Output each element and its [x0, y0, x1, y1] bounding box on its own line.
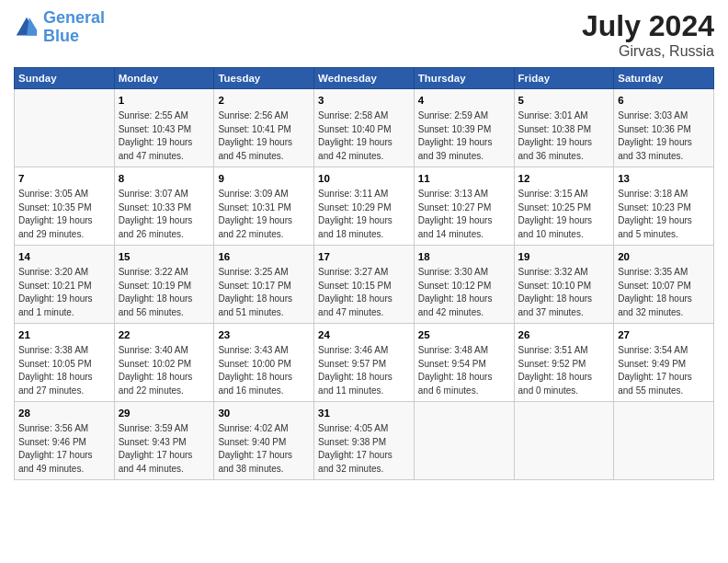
subtitle: Girvas, Russia	[582, 43, 714, 60]
calendar-cell	[614, 402, 714, 480]
day-info: Sunrise: 3:30 AM Sunset: 10:12 PM Daylig…	[418, 266, 510, 319]
calendar-cell: 1Sunrise: 2:55 AM Sunset: 10:43 PM Dayli…	[114, 89, 214, 167]
calendar-cell: 11Sunrise: 3:13 AM Sunset: 10:27 PM Dayl…	[414, 167, 514, 246]
calendar-cell: 10Sunrise: 3:11 AM Sunset: 10:29 PM Dayl…	[314, 167, 415, 246]
day-info: Sunrise: 3:48 AM Sunset: 9:54 PM Dayligh…	[418, 344, 510, 397]
day-info: Sunrise: 3:35 AM Sunset: 10:07 PM Daylig…	[618, 266, 710, 319]
day-info: Sunrise: 3:20 AM Sunset: 10:21 PM Daylig…	[18, 266, 110, 319]
header-day-thursday: Thursday	[414, 68, 514, 89]
calendar-cell: 19Sunrise: 3:32 AM Sunset: 10:10 PM Dayl…	[514, 246, 614, 324]
calendar-cell: 23Sunrise: 3:43 AM Sunset: 10:00 PM Dayl…	[214, 324, 314, 402]
day-number: 9	[218, 171, 310, 186]
day-info: Sunrise: 4:05 AM Sunset: 9:38 PM Dayligh…	[318, 422, 410, 476]
day-info: Sunrise: 3:54 AM Sunset: 9:49 PM Dayligh…	[618, 344, 710, 397]
day-number: 29	[119, 406, 210, 420]
day-number: 1	[119, 93, 210, 108]
calendar-body: 1Sunrise: 2:55 AM Sunset: 10:43 PM Dayli…	[15, 89, 714, 480]
day-info: Sunrise: 4:02 AM Sunset: 9:40 PM Dayligh…	[218, 422, 310, 476]
header-row: SundayMondayTuesdayWednesdayThursdayFrid…	[15, 68, 714, 89]
day-info: Sunrise: 3:05 AM Sunset: 10:35 PM Daylig…	[18, 188, 110, 241]
calendar-cell: 14Sunrise: 3:20 AM Sunset: 10:21 PM Dayl…	[15, 246, 115, 324]
day-number: 4	[418, 93, 510, 108]
day-info: Sunrise: 3:40 AM Sunset: 10:02 PM Daylig…	[119, 344, 210, 397]
header: General Blue July 2024 Girvas, Russia	[14, 9, 714, 60]
day-number: 21	[18, 327, 110, 342]
day-number: 14	[18, 249, 110, 264]
day-number: 27	[618, 327, 710, 342]
calendar-header: SundayMondayTuesdayWednesdayThursdayFrid…	[15, 68, 714, 89]
day-info: Sunrise: 3:56 AM Sunset: 9:46 PM Dayligh…	[18, 422, 110, 476]
day-number: 11	[418, 171, 510, 186]
week-row-2: 7Sunrise: 3:05 AM Sunset: 10:35 PM Dayli…	[15, 167, 714, 246]
day-number: 3	[318, 93, 410, 108]
calendar-cell: 8Sunrise: 3:07 AM Sunset: 10:33 PM Dayli…	[114, 167, 214, 246]
day-number: 28	[18, 406, 110, 420]
day-number: 26	[518, 327, 610, 342]
calendar-cell: 17Sunrise: 3:27 AM Sunset: 10:15 PM Dayl…	[314, 246, 415, 324]
calendar-cell	[414, 402, 514, 480]
header-day-tuesday: Tuesday	[214, 68, 314, 89]
day-info: Sunrise: 3:46 AM Sunset: 9:57 PM Dayligh…	[318, 344, 410, 397]
day-info: Sunrise: 3:18 AM Sunset: 10:23 PM Daylig…	[618, 188, 710, 241]
calendar-cell: 13Sunrise: 3:18 AM Sunset: 10:23 PM Dayl…	[614, 167, 714, 246]
calendar-cell: 3Sunrise: 2:58 AM Sunset: 10:40 PM Dayli…	[314, 89, 415, 167]
calendar-cell: 4Sunrise: 2:59 AM Sunset: 10:39 PM Dayli…	[414, 89, 514, 167]
calendar-cell: 27Sunrise: 3:54 AM Sunset: 9:49 PM Dayli…	[614, 324, 714, 402]
day-info: Sunrise: 3:09 AM Sunset: 10:31 PM Daylig…	[218, 188, 310, 241]
day-number: 15	[119, 249, 210, 264]
calendar-cell: 21Sunrise: 3:38 AM Sunset: 10:05 PM Dayl…	[15, 324, 115, 402]
day-number: 2	[218, 93, 310, 108]
day-number: 8	[119, 171, 210, 186]
day-info: Sunrise: 3:51 AM Sunset: 9:52 PM Dayligh…	[518, 344, 610, 397]
day-info: Sunrise: 3:22 AM Sunset: 10:19 PM Daylig…	[119, 266, 210, 319]
calendar-cell: 2Sunrise: 2:56 AM Sunset: 10:41 PM Dayli…	[214, 89, 314, 167]
logo-blue: Blue	[43, 27, 79, 45]
logo-text: General Blue	[43, 9, 105, 46]
day-number: 25	[418, 327, 510, 342]
calendar-cell: 20Sunrise: 3:35 AM Sunset: 10:07 PM Dayl…	[614, 246, 714, 324]
day-info: Sunrise: 2:58 AM Sunset: 10:40 PM Daylig…	[318, 109, 410, 163]
week-row-4: 21Sunrise: 3:38 AM Sunset: 10:05 PM Dayl…	[15, 324, 714, 402]
calendar-cell: 7Sunrise: 3:05 AM Sunset: 10:35 PM Dayli…	[15, 167, 115, 246]
day-number: 6	[618, 93, 710, 108]
day-info: Sunrise: 3:25 AM Sunset: 10:17 PM Daylig…	[218, 266, 310, 319]
day-info: Sunrise: 2:55 AM Sunset: 10:43 PM Daylig…	[119, 109, 210, 163]
day-number: 24	[318, 327, 410, 342]
week-row-3: 14Sunrise: 3:20 AM Sunset: 10:21 PM Dayl…	[15, 246, 714, 324]
calendar-cell: 25Sunrise: 3:48 AM Sunset: 9:54 PM Dayli…	[414, 324, 514, 402]
day-number: 10	[318, 171, 410, 186]
title-block: July 2024 Girvas, Russia	[582, 9, 714, 60]
day-number: 30	[218, 406, 310, 420]
day-info: Sunrise: 3:38 AM Sunset: 10:05 PM Daylig…	[18, 344, 110, 397]
calendar-cell: 9Sunrise: 3:09 AM Sunset: 10:31 PM Dayli…	[214, 167, 314, 246]
day-number: 13	[618, 171, 710, 186]
day-info: Sunrise: 3:32 AM Sunset: 10:10 PM Daylig…	[518, 266, 610, 319]
day-info: Sunrise: 3:01 AM Sunset: 10:38 PM Daylig…	[518, 109, 610, 163]
day-number: 7	[18, 171, 110, 186]
day-info: Sunrise: 3:07 AM Sunset: 10:33 PM Daylig…	[119, 188, 210, 241]
day-info: Sunrise: 3:11 AM Sunset: 10:29 PM Daylig…	[318, 188, 410, 241]
day-number: 23	[218, 327, 310, 342]
logo-icon	[14, 15, 40, 40]
calendar-cell: 31Sunrise: 4:05 AM Sunset: 9:38 PM Dayli…	[314, 402, 415, 480]
calendar-cell	[15, 89, 115, 167]
logo-general: General	[43, 8, 105, 27]
day-info: Sunrise: 2:59 AM Sunset: 10:39 PM Daylig…	[418, 109, 510, 163]
calendar-cell: 30Sunrise: 4:02 AM Sunset: 9:40 PM Dayli…	[214, 402, 314, 480]
calendar-cell: 22Sunrise: 3:40 AM Sunset: 10:02 PM Dayl…	[114, 324, 214, 402]
day-number: 16	[218, 249, 310, 264]
day-info: Sunrise: 3:15 AM Sunset: 10:25 PM Daylig…	[518, 188, 610, 241]
logo: General Blue	[14, 9, 105, 46]
calendar-cell: 5Sunrise: 3:01 AM Sunset: 10:38 PM Dayli…	[514, 89, 614, 167]
week-row-5: 28Sunrise: 3:56 AM Sunset: 9:46 PM Dayli…	[15, 402, 714, 480]
calendar-cell: 29Sunrise: 3:59 AM Sunset: 9:43 PM Dayli…	[114, 402, 214, 480]
header-day-saturday: Saturday	[614, 68, 714, 89]
calendar-cell: 12Sunrise: 3:15 AM Sunset: 10:25 PM Dayl…	[514, 167, 614, 246]
calendar-cell: 28Sunrise: 3:56 AM Sunset: 9:46 PM Dayli…	[15, 402, 115, 480]
day-number: 12	[518, 171, 610, 186]
day-number: 18	[418, 249, 510, 264]
page: General Blue July 2024 Girvas, Russia Su…	[0, 0, 728, 563]
day-info: Sunrise: 3:43 AM Sunset: 10:00 PM Daylig…	[218, 344, 310, 397]
day-number: 5	[518, 93, 610, 108]
day-number: 22	[119, 327, 210, 342]
